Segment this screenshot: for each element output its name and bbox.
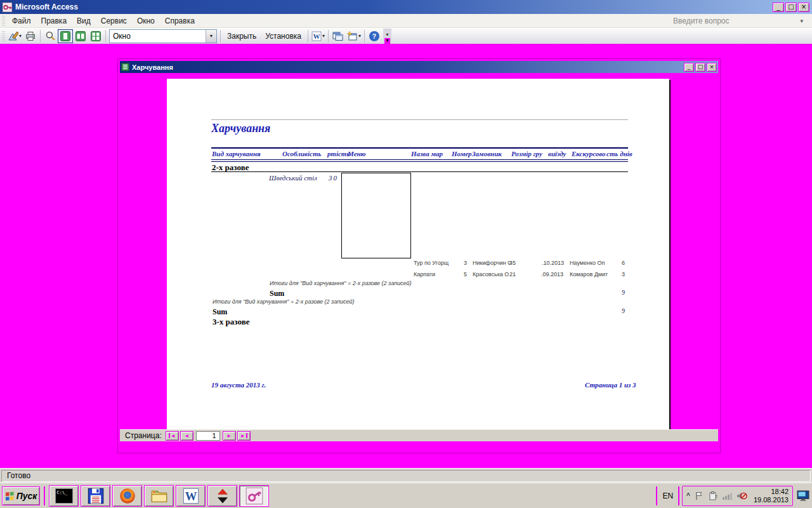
floppy-disk-icon: [87, 487, 105, 505]
first-page-button[interactable]: ◄: [166, 431, 179, 441]
taskbar-item-access[interactable]: [239, 485, 269, 507]
last-page-button[interactable]: ►: [237, 431, 251, 441]
flag-tray-icon[interactable]: [694, 491, 704, 501]
tray-clock[interactable]: 18:42 19.08.2013: [754, 488, 789, 504]
cell-route: Тур по Угорщ: [414, 260, 449, 266]
app-restore-button[interactable]: □: [785, 3, 797, 12]
app-minimize-button[interactable]: _: [773, 3, 784, 12]
toolbar-separator: [40, 30, 41, 43]
menu-name: Шведський стіл: [269, 174, 317, 182]
toolbar-separator: [364, 30, 365, 43]
menu-file[interactable]: Файл: [7, 15, 36, 27]
cell-number: 5: [459, 271, 467, 277]
print-button[interactable]: [23, 29, 38, 43]
toolbar-options-arrow-icon: ▾: [384, 38, 390, 44]
menu-tools[interactable]: Сервис: [96, 15, 132, 27]
printer-icon: [25, 31, 36, 41]
toolbar-grip[interactable]: [2, 31, 5, 41]
header-rule: [211, 119, 628, 120]
ask-question-box[interactable]: Введите вопрос ▾: [673, 17, 803, 25]
new-object-button[interactable]: ▾: [346, 29, 362, 43]
taskbar-item-file-manager[interactable]: [144, 485, 174, 507]
menu-edit[interactable]: Правка: [36, 15, 72, 27]
zoom-level-combobox[interactable]: Окно ▼: [109, 29, 217, 43]
zoom-tool-button[interactable]: [43, 29, 58, 43]
windows-logo-icon: [5, 491, 15, 500]
taskbar-item-word[interactable]: W: [176, 485, 206, 507]
toolbar-options-chevron-icon: ▾: [386, 32, 388, 38]
cell-depart: .10.2013: [542, 260, 564, 266]
taskbar-item-firefox[interactable]: [112, 485, 142, 507]
report-maximize-button[interactable]: □: [695, 63, 705, 72]
menu-view[interactable]: Вид: [72, 15, 96, 27]
toolbar-separator: [308, 30, 308, 43]
taskbar: Пуск C:\_: [0, 483, 812, 508]
column-header-bottom-rule: [211, 159, 628, 160]
combo-dropdown-icon[interactable]: ▼: [206, 30, 216, 43]
next-page-arrow-icon: ►: [226, 433, 232, 439]
column-header: виїзду: [548, 150, 566, 157]
column-header: Замовник: [472, 150, 502, 157]
help-button[interactable]: ?: [367, 29, 382, 43]
previous-page-arrow-icon: ◄: [184, 433, 189, 439]
close-preview-button[interactable]: Закрыть: [223, 29, 261, 43]
report-close-button[interactable]: ×: [707, 63, 717, 72]
report-window: Харчування _ □ × Харчування Вид харчуван…: [118, 59, 720, 453]
toolbar-separator: [105, 30, 106, 43]
menubar-grip[interactable]: [2, 16, 5, 26]
question-dropdown-icon[interactable]: ▾: [800, 18, 803, 24]
totals-label: Итоги для "Вид харчування" = 2-х разове …: [270, 280, 412, 286]
two-pages-button[interactable]: [73, 29, 88, 43]
folder-icon: [150, 487, 168, 505]
new-object-dropdown-icon[interactable]: ▾: [358, 33, 361, 39]
taskbar-item-updown-tool[interactable]: [207, 485, 237, 507]
page-navigation-bar: Страница: ◄ ◄ ► ►: [120, 429, 718, 441]
design-view-button[interactable]: ▾: [7, 29, 23, 43]
multiple-pages-icon: [91, 31, 101, 41]
toolbar-options-button[interactable]: ▾ ▾: [383, 29, 391, 44]
start-button[interactable]: Пуск: [2, 486, 40, 505]
cell-number: 3: [459, 260, 467, 266]
previous-page-button[interactable]: ◄: [180, 431, 193, 441]
network-signal-tray-icon[interactable]: [722, 491, 732, 501]
current-page-input[interactable]: [196, 431, 220, 441]
column-header: Розмір гру: [511, 150, 542, 157]
setup-button[interactable]: Установка: [261, 29, 306, 43]
office-links-button[interactable]: W ▾: [310, 29, 326, 43]
next-page-button[interactable]: ►: [223, 431, 236, 441]
cell-group-size: 21: [509, 271, 516, 277]
taskbar-item-file-commander[interactable]: [81, 485, 110, 507]
app-close-button[interactable]: ×: [798, 3, 809, 12]
group-header: 3-х разове: [213, 317, 249, 327]
database-window-button[interactable]: [331, 29, 346, 43]
ask-question-placeholder: Введите вопрос: [673, 17, 730, 25]
column-header-top-rule: [211, 147, 628, 149]
report-title-text: Харчування: [211, 122, 270, 135]
report-window-titlebar[interactable]: Харчування _ □ ×: [120, 61, 718, 73]
menu-cost: 30: [329, 174, 338, 182]
two-pages-icon: [75, 31, 86, 41]
language-indicator[interactable]: EN: [656, 486, 679, 505]
report-page[interactable]: Харчування Вид харчування Особливість рт…: [167, 79, 669, 436]
report-window-title: Харчування: [132, 64, 173, 71]
display-settings-tray-icon[interactable]: [797, 490, 809, 502]
menu-help[interactable]: Справка: [160, 15, 200, 27]
database-window-icon: [332, 31, 343, 41]
volume-muted-tray-icon[interactable]: [736, 491, 747, 501]
menu-window[interactable]: Окно: [132, 15, 160, 27]
quick-launch-separator: [44, 486, 45, 505]
one-page-button[interactable]: [58, 29, 73, 43]
word-export-icon: W: [311, 31, 322, 41]
taskbar-item-command-prompt[interactable]: C:\_: [49, 485, 79, 507]
report-minimize-button[interactable]: _: [684, 63, 694, 72]
tray-icon-cluster: ^: [682, 486, 793, 506]
group-rule: [211, 171, 628, 172]
column-header: Номер: [452, 150, 472, 157]
hide-icons-chevron-icon[interactable]: ^: [686, 494, 690, 498]
safely-remove-tray-icon[interactable]: [708, 491, 718, 501]
multiple-pages-button[interactable]: [88, 29, 103, 43]
design-view-dropdown-icon[interactable]: ▾: [19, 33, 22, 39]
column-header-bottom-rule: [211, 161, 628, 162]
cell-days: 3: [611, 271, 625, 277]
office-links-dropdown-icon[interactable]: ▾: [322, 33, 325, 39]
